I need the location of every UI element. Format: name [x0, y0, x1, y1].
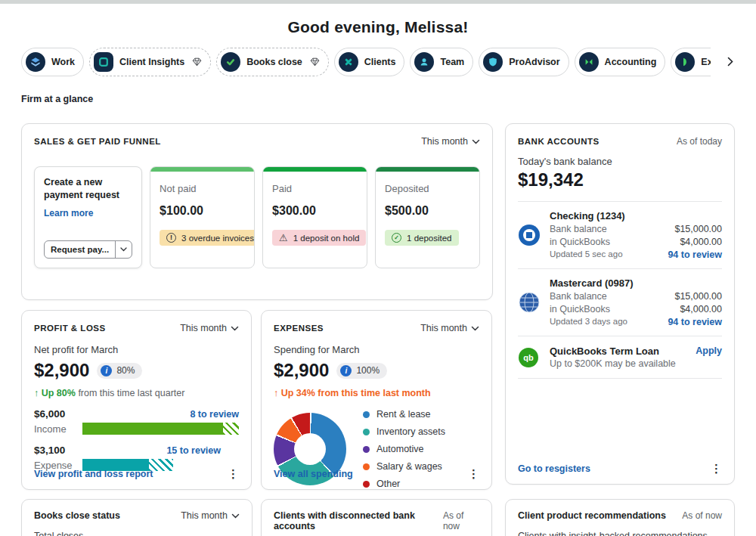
chevron-down-icon: [231, 510, 240, 521]
legend-item: Inventory assets: [363, 426, 445, 437]
request-payment-button[interactable]: Request pay...: [44, 240, 132, 259]
funnel-stage-deposited[interactable]: Deposited $500.00 ✓ 1 deposited: [375, 166, 480, 268]
section-label: Firm at a glance: [21, 94, 93, 104]
income-amount: $6,000: [34, 408, 65, 420]
deposited-check-icon: ✓: [392, 233, 401, 243]
pnl-pct-badge[interactable]: i 80%: [97, 363, 142, 379]
income-label: Income: [34, 423, 82, 435]
expenses-period-dropdown[interactable]: This month: [420, 323, 479, 333]
nav-pill-books-close[interactable]: Books close: [216, 48, 329, 76]
overdue-badge[interactable]: ! 3 overdue invoices: [160, 230, 255, 246]
nav-pill-accounting[interactable]: Accounting: [575, 48, 666, 76]
stage-label: Paid: [272, 183, 358, 194]
pnl-amount: $2,900: [34, 360, 89, 381]
account-line-value: $15,000.00: [674, 224, 722, 234]
nav-pill-label: Accounting: [605, 57, 657, 67]
view-all-spending-link[interactable]: View all spending: [274, 469, 353, 479]
nav-pill-proadvisor[interactable]: ProAdvisor: [479, 48, 569, 76]
clients-icon: [339, 52, 358, 72]
apply-link[interactable]: Apply: [696, 345, 722, 356]
nav-scroll-right-button[interactable]: [727, 56, 733, 70]
funnel-period-dropdown[interactable]: This month: [421, 136, 480, 147]
trend-rest-text: from this time last quarter: [78, 388, 184, 398]
account-updated: Updated 5 sec ago: [550, 249, 623, 260]
expense-bar-row: $3,100 15 to review Expense: [34, 445, 239, 471]
dashboard-page: Good evening, Melissa! Work Client Insig…: [0, 0, 756, 536]
income-bar-row: $6,000 8 to review Income: [34, 408, 239, 435]
chevron-down-icon[interactable]: [116, 241, 132, 258]
account-updated: Updated 3 days ago: [550, 317, 627, 327]
total-closes-label: Total closes: [34, 531, 240, 536]
legend-dot: [363, 446, 370, 453]
nav-pill-team[interactable]: Team: [410, 48, 473, 76]
client-insights-icon: [94, 52, 113, 72]
kebab-menu-icon[interactable]: ⋮: [711, 463, 722, 474]
nav-pill-bar: Work Client Insights Books close Clie: [21, 48, 711, 78]
income-bar-hatched: [223, 423, 239, 435]
stage-amount: $300.00: [272, 204, 358, 218]
term-loan-row: qb QuickBooks Term Loan Up to $200K may …: [518, 336, 722, 379]
account-line-label: Bank balance: [550, 224, 607, 234]
expenses-amount: $2,900: [274, 360, 329, 381]
as-of-label: As of now: [682, 510, 722, 521]
as-of-label: As of today: [677, 136, 722, 147]
recommendations-label: Clients with insight-backed recommendati…: [518, 531, 722, 536]
account-line-value: $4,000.00: [680, 304, 722, 314]
bank-account-row-mastercard[interactable]: Mastercard (0987) Bank balance $15,000.0…: [518, 269, 722, 336]
gem-icon: [192, 57, 202, 67]
expenses-trend: ↑ Up 34% from this time last month: [274, 388, 479, 398]
funnel-stage-not-paid[interactable]: Not paid $100.00 ! 3 overdue invoices: [150, 166, 255, 268]
period-label: This month: [420, 323, 467, 333]
profit-loss-card: PROFIT & LOSS This month Net profit for …: [21, 310, 252, 490]
account-line-value: $4,000.00: [680, 237, 722, 247]
income-review-link[interactable]: 8 to review: [190, 409, 239, 420]
legend-item: Other: [363, 479, 445, 489]
nav-pill-expenses-pay[interactable]: Expenses & Pay: [671, 48, 711, 76]
info-icon: i: [340, 365, 352, 376]
request-payment-label: Request pay...: [45, 241, 116, 258]
go-to-registers-link[interactable]: Go to resgisters: [518, 463, 590, 474]
deposit-hold-badge[interactable]: ⚠ 1 deposit on hold: [272, 230, 366, 246]
gem-icon: [310, 57, 320, 67]
bank-balance-amount: $19,342: [518, 169, 722, 191]
legend-item: Automotive: [363, 444, 445, 454]
funnel-stage-paid[interactable]: Paid $300.00 ⚠ 1 deposit on hold: [262, 166, 367, 268]
expenses-pct-badge[interactable]: i 100%: [336, 363, 387, 379]
stage-amount: $100.00: [160, 204, 245, 218]
income-bar-track: [82, 423, 239, 435]
kebab-menu-icon[interactable]: ⋮: [468, 468, 479, 479]
pct-value: 100%: [356, 365, 380, 376]
nav-pill-label: Work: [51, 57, 75, 67]
pct-value: 80%: [116, 365, 135, 376]
books-close-period-dropdown[interactable]: This month: [181, 510, 240, 521]
window-top-strip: [0, 0, 756, 4]
pnl-period-dropdown[interactable]: This month: [180, 323, 239, 333]
nav-pill-clients[interactable]: Clients: [334, 48, 405, 76]
nav-pill-work[interactable]: Work: [21, 48, 84, 76]
legend-label: Inventory assets: [376, 426, 445, 437]
legend-dot: [363, 411, 370, 418]
deposited-badge[interactable]: ✓ 1 deposited: [385, 230, 458, 246]
learn-more-link[interactable]: Learn more: [44, 208, 132, 218]
overdue-icon: !: [166, 233, 176, 243]
sales-funnel-card: SALES & GET PAID FUNNEL This month Creat…: [21, 123, 493, 300]
nav-pill-client-insights[interactable]: Client Insights: [89, 48, 211, 76]
expense-review-link[interactable]: 15 to review: [166, 445, 221, 456]
account-name: Mastercard (0987): [550, 277, 722, 289]
work-icon: [26, 52, 45, 72]
chevron-right-icon: [727, 56, 733, 70]
to-review-link[interactable]: 94 to review: [668, 249, 722, 260]
account-line-label: Bank balance: [550, 291, 607, 302]
kebab-menu-icon[interactable]: ⋮: [228, 468, 239, 479]
card-title: BANK ACCOUNTS: [518, 137, 600, 146]
svg-text:qb: qb: [523, 353, 534, 362]
view-pnl-report-link[interactable]: View profit and loss report: [34, 469, 153, 479]
stage-amount: $500.00: [385, 204, 470, 218]
income-bar: [82, 423, 239, 435]
nav-pill-label: Books close: [246, 57, 302, 67]
chevron-down-icon: [231, 323, 239, 333]
trend-up-text: ↑ Up 80%: [34, 388, 76, 398]
proadvisor-icon: [483, 52, 503, 72]
bank-account-row-checking[interactable]: Checking (1234) Bank balance $15,000.00 …: [518, 202, 722, 269]
to-review-link[interactable]: 94 to review: [668, 317, 722, 327]
